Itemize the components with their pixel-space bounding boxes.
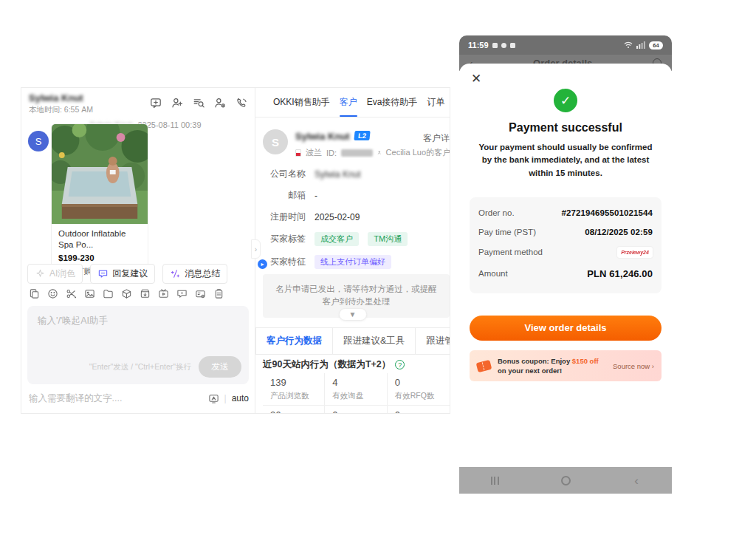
- composer-toolbar: [29, 288, 224, 299]
- message-composer[interactable]: "Enter"发送 / "Ctrl+Enter"换行 发送: [27, 306, 249, 384]
- order-no-row: Order no. #272194695501021544: [478, 208, 653, 217]
- coupon-ticket-icon: [476, 359, 492, 372]
- amount-row: Amount PLN 61,246.00: [478, 268, 653, 279]
- notification-icon: [501, 43, 506, 48]
- buyer-tag[interactable]: 成交客户: [315, 232, 359, 246]
- translate-icon[interactable]: [208, 393, 219, 404]
- payment-result-sheet: ✕ ✓ Payment successful Your payment shou…: [459, 64, 672, 467]
- notification-icon: [492, 43, 498, 48]
- folder-icon[interactable]: [103, 288, 114, 299]
- send-hint: "Enter"发送 / "Ctrl+Enter"换行: [89, 362, 191, 372]
- customer-name: Sylwia Knut: [295, 131, 350, 142]
- send-button[interactable]: 发送: [199, 356, 241, 378]
- add-contact-icon[interactable]: [171, 97, 183, 109]
- crm-tab-bar: OKKI销售助手 客户 Eva接待助手 订单: [255, 88, 450, 117]
- phone-status-bar: 11:59 64: [459, 35, 672, 55]
- product-photo: [52, 124, 148, 224]
- quick-reply-icon[interactable]: [176, 288, 188, 299]
- order-no-value: #272194695501021544: [562, 208, 653, 217]
- customer-owner: Cecilia Luo的客户: [386, 147, 450, 158]
- bonus-coupon-banner[interactable]: Bonus coupon: Enjoy $150 off on your nex…: [470, 350, 662, 382]
- trait-insight-icon: ▸: [258, 259, 267, 269]
- close-icon[interactable]: ✕: [471, 72, 481, 85]
- ai-polish-button[interactable]: AI润色: [27, 264, 83, 284]
- customer-id-redacted: [341, 149, 373, 157]
- summary-sparkle-icon: [170, 268, 181, 279]
- view-order-details-button[interactable]: View order details: [470, 316, 662, 341]
- field-email: 邮箱 -: [255, 185, 450, 206]
- amount-value: PLN 61,246.00: [587, 268, 653, 279]
- message-summary-button[interactable]: 消息总结: [162, 264, 227, 284]
- stat-valid-inquiries: 4 有效询盘: [325, 373, 387, 405]
- buyer-tag[interactable]: TM沟通: [368, 232, 408, 246]
- source-now-link[interactable]: Source now ›: [613, 362, 654, 370]
- tab-eva-assistant[interactable]: Eva接待助手: [367, 88, 418, 117]
- local-time: 本地时间: 6:55 AM: [29, 105, 93, 115]
- avatar: S: [28, 131, 49, 151]
- customer-detail-link[interactable]: 客户详: [423, 132, 450, 145]
- chat-header: Sylwia Knut 本地时间: 6:55 AM: [21, 88, 255, 119]
- chat-search-icon[interactable]: [193, 97, 205, 109]
- pay-time-value: 08/12/2025 02:59: [585, 228, 653, 236]
- customer-id-label: ID:: [326, 149, 337, 157]
- copy-icon[interactable]: [29, 288, 40, 299]
- chat-message-list: Sylwia Knut 2025-08-11 00:39 S: [21, 119, 255, 413]
- stat-row2-3: 0: [388, 405, 450, 413]
- poland-flag-icon: [295, 149, 301, 157]
- home-button[interactable]: [530, 476, 601, 485]
- field-company: 公司名称 Sylwia Knut: [255, 163, 450, 185]
- android-nav-bar: ‹: [459, 467, 672, 494]
- sparkle-icon: [35, 268, 46, 279]
- subtab-followup-tools[interactable]: 跟进建议&工具: [332, 327, 416, 355]
- screenshot-scissors-icon[interactable]: [66, 288, 77, 299]
- reply-suggest-button[interactable]: 回复建议: [90, 264, 155, 284]
- crm-panel: OKKI销售助手 客户 Eva接待助手 订单 S Sylwia KnutL2 客…: [255, 88, 450, 413]
- tab-okki-assistant[interactable]: OKKI销售助手: [273, 88, 330, 117]
- sample-box-icon[interactable]: [140, 288, 151, 299]
- customer-country: 波兰: [306, 147, 322, 158]
- image-icon[interactable]: [84, 288, 95, 299]
- order-summary-card: Order no. #272194695501021544 Pay time (…: [470, 197, 662, 293]
- stat-valid-rfq: 0 有效RFQ数: [388, 373, 450, 405]
- tab-orders[interactable]: 订单: [427, 88, 444, 117]
- stat-row2-1: 36: [263, 405, 325, 413]
- panel-collapse-handle[interactable]: ›: [251, 239, 261, 259]
- message-input[interactable]: [36, 313, 240, 352]
- video-icon[interactable]: [158, 288, 169, 299]
- message-plus-icon[interactable]: [150, 97, 162, 109]
- translate-input[interactable]: [27, 392, 208, 404]
- emoji-icon[interactable]: [47, 288, 58, 299]
- stat-product-views: 139 产品浏览数: [263, 373, 325, 405]
- person-icon: [377, 149, 381, 157]
- subtab-behavior-data[interactable]: 客户行为数据: [255, 327, 333, 355]
- success-check-icon: ✓: [554, 89, 577, 112]
- tab-customer[interactable]: 客户: [340, 88, 357, 117]
- level-badge: L2: [354, 131, 370, 140]
- ai-action-bar: AI润色 回复建议 消息总结: [27, 264, 227, 284]
- product-message-card[interactable]: Outdoor Inflatable Spa Po... $199-230 最小…: [51, 123, 148, 284]
- contact-settings-icon[interactable]: [214, 97, 226, 109]
- field-register-time: 注册时间 2025-02-09: [255, 206, 450, 228]
- business-card-icon[interactable]: [195, 288, 206, 299]
- help-icon[interactable]: ?: [395, 360, 405, 369]
- customer-avatar: S: [263, 129, 288, 154]
- battery-icon: 64: [649, 41, 663, 50]
- pay-time-row: Pay time (PST) 08/12/2025 02:59: [478, 228, 653, 236]
- payment-method-row: Payment method Przelewy24: [478, 247, 653, 258]
- product-price: $199-230: [58, 253, 141, 264]
- translate-mode[interactable]: auto: [232, 393, 249, 403]
- subtab-followup-manage[interactable]: 跟进管理: [415, 327, 450, 355]
- status-time: 11:59: [468, 41, 489, 50]
- collapse-chevron-button[interactable]: ▼: [339, 308, 367, 321]
- product-title: Outdoor Inflatable Spa Po...: [58, 228, 141, 251]
- signal-icon: [636, 41, 645, 49]
- product-box-icon[interactable]: [121, 288, 132, 299]
- recents-button[interactable]: [459, 477, 530, 485]
- voice-call-icon[interactable]: [236, 97, 247, 109]
- chat-panel: Sylwia Knut 本地时间: 6:55 AM Sylwia Knut 20…: [21, 88, 255, 413]
- buyer-trait-tag[interactable]: 线上支付订单偏好: [315, 255, 391, 269]
- back-button[interactable]: ‹: [601, 474, 672, 487]
- translate-bar: | auto: [27, 392, 249, 404]
- contact-name: Sylwia Knut: [29, 92, 93, 103]
- order-note-icon[interactable]: [213, 288, 224, 299]
